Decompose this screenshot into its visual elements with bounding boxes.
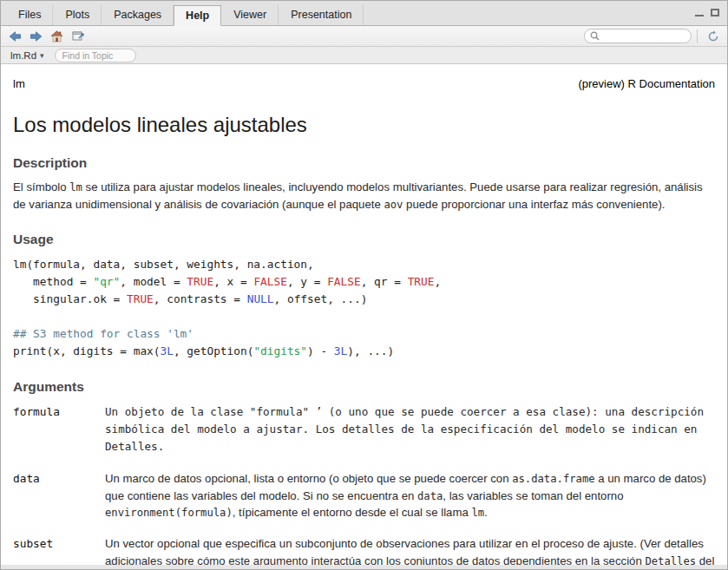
text-segment: Un objeto de la clase "formula" ’ (o uno… xyxy=(105,405,704,454)
text-segment: print(x, digits = max( xyxy=(13,344,161,357)
chevron-down-icon: ▾ xyxy=(40,51,44,60)
text-segment: puede proporcionar una interfaz más conv… xyxy=(403,198,665,211)
refresh-icon xyxy=(707,30,719,43)
popout-window-icon xyxy=(72,30,84,42)
forward-button[interactable] xyxy=(26,28,46,45)
description-paragraph: El símbolo lm se utiliza para ajustar mo… xyxy=(13,179,715,213)
inline-code: Detalles xyxy=(645,555,696,567)
help-content[interactable]: lm (preview) R Documentation Los modelos… xyxy=(1,64,727,569)
argument-term: data xyxy=(13,470,105,521)
text-segment: method = xyxy=(13,275,93,288)
text-segment: TRUE xyxy=(187,275,213,288)
help-toolbar xyxy=(1,26,727,47)
doc-header-source: (preview) R Documentation xyxy=(578,77,715,90)
argument-row: formulaUn objeto de la clase "formula" ’… xyxy=(13,403,715,456)
tab-files[interactable]: Files xyxy=(6,4,53,25)
inline-code: data xyxy=(417,490,443,502)
text-segment: NULL xyxy=(247,292,274,305)
text-segment: 3L xyxy=(334,344,347,357)
arguments-list: formulaUn objeto de la clase "formula" ’… xyxy=(13,403,715,569)
text-segment: Un marco de datos opcional, lista o ento… xyxy=(105,472,512,485)
code-line: method = "qr", model = TRUE, x = FALSE, … xyxy=(13,273,715,291)
text-segment: Un vector opcional que especifica un sub… xyxy=(105,537,704,567)
text-segment: El símbolo xyxy=(13,180,69,193)
pane-tabs: FilesPlotsPackagesHelpViewerPresentation xyxy=(6,1,364,25)
usage-code-block: lm(formula, data, subset, weights, na.ac… xyxy=(13,256,715,361)
tab-packages[interactable]: Packages xyxy=(102,4,174,25)
help-topicbar: lm.Rd ▾ xyxy=(1,47,727,64)
code-line xyxy=(13,308,715,325)
pane-tabbar: FilesPlotsPackagesHelpViewerPresentation xyxy=(1,1,727,26)
tab-presentation[interactable]: Presentation xyxy=(279,4,364,25)
code-line: singular.ok = TRUE, contrasts = NULL, of… xyxy=(13,291,715,308)
text-segment: , model = xyxy=(120,275,187,288)
minimize-icon[interactable] xyxy=(695,9,704,16)
text-segment: , las variables se toman del entorno xyxy=(443,489,623,502)
back-button[interactable] xyxy=(5,28,25,45)
maximize-icon[interactable] xyxy=(711,9,719,16)
text-segment: , contrasts = xyxy=(154,292,247,305)
code-line: lm(formula, data, subset, weights, na.ac… xyxy=(13,256,715,273)
doc-header: lm (preview) R Documentation xyxy=(13,77,715,90)
usage-heading: Usage xyxy=(13,232,715,247)
argument-description: Un marco de datos opcional, lista o ento… xyxy=(105,470,715,521)
inline-code: aov xyxy=(384,199,403,211)
inline-code: lm xyxy=(69,181,82,193)
tab-plots[interactable]: Plots xyxy=(53,4,102,25)
tab-viewer[interactable]: Viewer xyxy=(221,4,279,25)
text-segment: , offset, ...) xyxy=(274,292,368,305)
help-search-area xyxy=(584,28,723,45)
argument-description: Un vector opcional que especifica un sub… xyxy=(105,535,715,569)
home-icon xyxy=(50,30,63,43)
text-segment: "qr" xyxy=(93,275,120,288)
home-button[interactable] xyxy=(47,28,67,45)
text-segment: , y = xyxy=(287,275,327,288)
toolbar-separator xyxy=(697,29,698,43)
text-segment: ## S3 method for class 'lm' xyxy=(13,327,193,340)
page-title: Los modelos lineales ajustables xyxy=(13,113,715,137)
text-segment: singular.ok = xyxy=(13,292,127,305)
back-arrow-icon xyxy=(9,31,22,42)
argument-row: dataUn marco de datos opcional, lista o … xyxy=(13,470,715,521)
forward-arrow-icon xyxy=(30,31,43,42)
text-segment: ) - xyxy=(307,344,334,357)
doc-header-topic: lm xyxy=(13,77,25,90)
topic-selector-label: lm.Rd xyxy=(10,50,36,61)
find-in-topic-input[interactable] xyxy=(55,49,136,62)
argument-row: subsetUn vector opcional que especifica … xyxy=(13,535,715,569)
code-line: ## S3 method for class 'lm' xyxy=(13,325,715,343)
text-segment: , xyxy=(434,275,441,288)
text-segment: , x = xyxy=(213,275,253,288)
inline-code: environment(formula) xyxy=(105,507,233,519)
text-segment: , típicamente el entorno desde el cual s… xyxy=(233,506,472,519)
text-segment: , qr = xyxy=(361,275,408,288)
code-line: print(x, digits = max(3L, getOption("dig… xyxy=(13,343,715,360)
text-segment: TRUE xyxy=(127,292,154,305)
text-segment: TRUE xyxy=(408,275,435,288)
text-segment: 3L xyxy=(161,344,174,357)
help-search-box xyxy=(584,29,692,43)
topic-selector[interactable]: lm.Rd ▾ xyxy=(10,50,44,61)
search-icon xyxy=(590,31,600,41)
argument-term: subset xyxy=(13,535,105,569)
help-search-input[interactable] xyxy=(603,31,685,42)
argument-description: Un objeto de la clase "formula" ’ (o uno… xyxy=(105,403,715,456)
refresh-button[interactable] xyxy=(703,28,723,45)
rstudio-help-pane: FilesPlotsPackagesHelpViewerPresentation xyxy=(0,0,728,570)
text-segment: FALSE xyxy=(253,275,287,288)
text-segment: ), ...) xyxy=(347,344,394,357)
text-segment: , getOption( xyxy=(174,344,253,357)
text-segment: . xyxy=(484,506,488,519)
text-segment: FALSE xyxy=(327,275,361,288)
inline-code: lm xyxy=(471,507,484,519)
text-segment: lm(formula, data, subset, weights, na.ac… xyxy=(13,258,314,271)
show-in-new-window-button[interactable] xyxy=(68,28,88,45)
arguments-heading: Arguments xyxy=(13,379,715,395)
inline-code: as.data.frame xyxy=(512,473,594,485)
tab-help[interactable]: Help xyxy=(174,5,221,26)
text-segment: "digits" xyxy=(253,344,307,357)
description-heading: Description xyxy=(13,155,715,171)
argument-term: formula xyxy=(13,403,105,456)
window-controls xyxy=(695,9,719,16)
